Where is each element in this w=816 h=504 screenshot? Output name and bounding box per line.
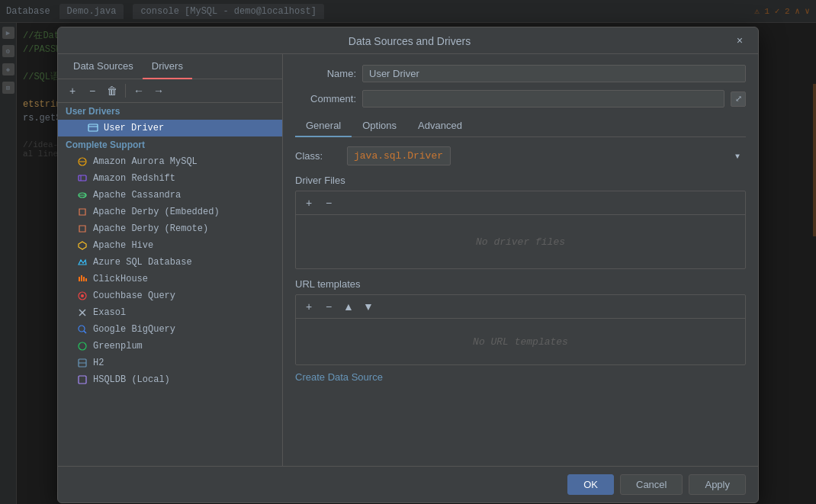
class-select[interactable]: java.sql.Driver xyxy=(347,146,451,165)
hive-icon xyxy=(76,239,88,252)
couchbase-label: Couchbase Query xyxy=(93,291,175,301)
name-field-row: Name: xyxy=(295,65,746,82)
tab-advanced[interactable]: Advanced xyxy=(407,115,473,137)
tree-item-derby-remote[interactable]: Apache Derby (Remote) xyxy=(58,220,282,237)
cassandra-label: Apache Cassandra xyxy=(93,190,181,201)
comment-label: Comment: xyxy=(295,93,356,104)
toolbar-separator xyxy=(125,84,126,98)
tab-options[interactable]: Options xyxy=(352,115,407,137)
files-empty-state: No driver files xyxy=(296,215,745,268)
couchbase-icon xyxy=(76,290,88,302)
tree-group-user-drivers: User Drivers xyxy=(58,103,282,120)
apply-button[interactable]: Apply xyxy=(689,474,746,495)
left-toolbar: + − 🗑 ← → xyxy=(58,79,282,103)
tree-item-clickhouse[interactable]: ClickHouse xyxy=(58,271,282,287)
tree-item-user-driver[interactable]: User Driver xyxy=(58,120,282,136)
dialog-title: Data Sources and Drivers xyxy=(85,35,734,47)
right-tabs: General Options Advanced xyxy=(295,115,746,137)
ok-button[interactable]: OK xyxy=(567,474,614,495)
url-templates-label: URL templates xyxy=(295,278,746,290)
tree-item-azure[interactable]: Azure SQL Database xyxy=(58,254,282,271)
tree-item-bigquery[interactable]: Google BigQuery xyxy=(58,321,282,338)
hive-label: Apache Hive xyxy=(93,240,153,251)
remove-button[interactable]: − xyxy=(84,82,101,99)
forward-button[interactable]: → xyxy=(150,82,167,99)
create-data-source-link[interactable]: Create Data Source xyxy=(295,371,746,383)
aurora-icon xyxy=(76,156,88,168)
derby-remote-icon xyxy=(76,223,88,235)
tree-item-amazon-redshift[interactable]: Amazon Redshift xyxy=(58,170,282,187)
user-driver-label: User Driver xyxy=(104,123,164,133)
tree-item-h2[interactable]: H2 xyxy=(58,355,282,371)
derby-remote-label: Apache Derby (Remote) xyxy=(93,223,208,234)
tree-item-exasol[interactable]: Exasol xyxy=(58,304,282,321)
files-add-button[interactable]: + xyxy=(300,194,317,211)
driver-files-label: Driver Files xyxy=(295,175,746,186)
cancel-button[interactable]: Cancel xyxy=(620,474,683,495)
azure-icon xyxy=(76,256,88,268)
svg-line-18 xyxy=(84,331,86,333)
class-label: Class: xyxy=(295,150,341,162)
aurora-label: Amazon Aurora MySQL xyxy=(93,156,198,167)
tab-general[interactable]: General xyxy=(295,115,352,137)
tab-drivers[interactable]: Drivers xyxy=(143,54,192,79)
modal-overlay: Data Sources and Drivers × Data Sources … xyxy=(0,0,816,504)
class-select-wrapper: java.sql.Driver xyxy=(347,146,746,165)
clickhouse-label: ClickHouse xyxy=(93,274,148,284)
derby-embedded-icon xyxy=(76,206,88,218)
h2-label: H2 xyxy=(93,358,104,368)
svg-point-17 xyxy=(79,326,85,332)
dialog-footer: OK Cancel Apply xyxy=(58,466,758,502)
tab-data-sources[interactable]: Data Sources xyxy=(64,54,143,79)
svg-rect-11 xyxy=(83,277,85,281)
left-panel: Data Sources Drivers + − 🗑 ← → User Driv… xyxy=(58,54,283,466)
svg-rect-0 xyxy=(88,124,98,131)
tree-item-cassandra[interactable]: Apache Cassandra xyxy=(58,187,282,204)
tree-item-derby-embedded[interactable]: Apache Derby (Embedded) xyxy=(58,204,282,220)
bigquery-icon xyxy=(76,323,88,335)
add-button[interactable]: + xyxy=(64,82,81,99)
exasol-icon xyxy=(76,307,88,319)
driver-files-section: + − No driver files xyxy=(295,191,746,269)
svg-point-19 xyxy=(79,342,86,350)
url-toolbar: + − ▲ ▼ xyxy=(296,295,745,319)
class-row: Class: java.sql.Driver xyxy=(295,146,746,165)
url-down-button[interactable]: ▼ xyxy=(360,298,377,315)
svg-rect-9 xyxy=(79,277,80,281)
dialog-close-button[interactable]: × xyxy=(734,35,746,47)
svg-point-14 xyxy=(81,294,84,297)
tree-item-couchbase[interactable]: Couchbase Query xyxy=(58,287,282,304)
url-up-button[interactable]: ▲ xyxy=(340,298,357,315)
delete-button[interactable]: 🗑 xyxy=(104,82,120,99)
derby-embedded-label: Apache Derby (Embedded) xyxy=(93,207,220,217)
files-toolbar: + − xyxy=(296,191,745,215)
tree-item-hsqldb[interactable]: HSQLDB (Local) xyxy=(58,371,282,388)
svg-rect-22 xyxy=(79,376,86,384)
url-empty-state: No URL templates xyxy=(296,319,745,364)
dialog-title-bar: Data Sources and Drivers × xyxy=(58,27,758,54)
greenplum-label: Greenplum xyxy=(93,341,143,352)
tree-item-hive[interactable]: Apache Hive xyxy=(58,237,282,254)
bigquery-label: Google BigQuery xyxy=(93,324,175,335)
name-input[interactable] xyxy=(362,65,746,82)
tree-item-amazon-aurora[interactable]: Amazon Aurora MySQL xyxy=(58,153,282,170)
h2-icon xyxy=(76,357,88,369)
files-remove-button[interactable]: − xyxy=(320,194,337,211)
url-templates-section: + − ▲ ▼ No URL templates xyxy=(295,294,746,365)
azure-label: Azure SQL Database xyxy=(93,257,192,268)
redshift-label: Amazon Redshift xyxy=(93,173,175,184)
svg-rect-10 xyxy=(81,275,82,281)
svg-marker-8 xyxy=(79,242,86,249)
url-add-button[interactable]: + xyxy=(300,298,317,315)
clickhouse-icon xyxy=(76,273,88,285)
greenplum-icon xyxy=(76,340,88,352)
comment-expand-button[interactable]: ⤢ xyxy=(731,91,746,107)
back-button[interactable]: ← xyxy=(130,82,147,99)
right-panel: Name: Comment: ⤢ General Options Advance… xyxy=(283,54,758,466)
tree-item-greenplum[interactable]: Greenplum xyxy=(58,338,282,355)
tree-area: User Drivers User Driver Complete Suppor… xyxy=(58,103,282,466)
comment-input[interactable] xyxy=(362,90,724,108)
url-remove-button[interactable]: − xyxy=(320,298,337,315)
name-label: Name: xyxy=(295,68,356,79)
left-tabs-row: Data Sources Drivers xyxy=(58,54,282,79)
